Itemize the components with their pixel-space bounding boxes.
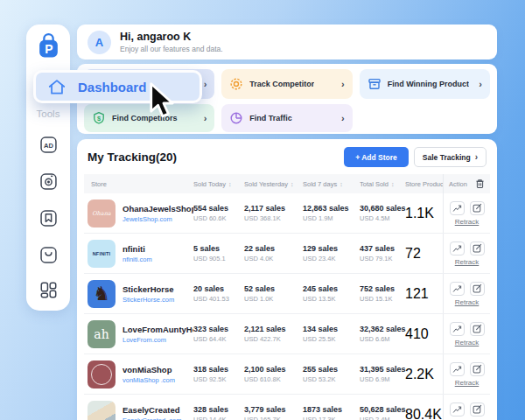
store-url-link[interactable]: EaselyCreated .com (122, 416, 182, 420)
table-row: ah LoveFromAuntyHelen LoveFrom.com 323 s… (84, 314, 490, 354)
sold-today-cell: 323 sales USD 64.4K (193, 325, 244, 343)
chart-icon-button[interactable] (450, 282, 465, 296)
dashboard-tooltip-label: Dashboard (78, 80, 146, 94)
total-sold-cell: 437 sales USD 79.1K (360, 244, 405, 262)
store-products-cell: 121 (405, 286, 443, 302)
store-avatar (88, 360, 116, 388)
edit-icon-button[interactable] (470, 322, 485, 336)
nav-card-find-competitors[interactable]: $ Find Competitors › (84, 104, 214, 132)
svg-text:$: $ (97, 115, 102, 122)
store-avatar (88, 401, 116, 420)
table-row: Ohana OhanaJewelsShop JewelsShop.com 554… (84, 193, 490, 234)
table-body: Ohana OhanaJewelsShop JewelsShop.com 554… (77, 193, 497, 420)
store-url-link[interactable]: StickerHorse.com (122, 296, 174, 304)
sold-today-cell: 318 sales USD 92.5K (193, 365, 244, 383)
action-cell: Retrack (443, 354, 490, 394)
target-icon (229, 77, 243, 91)
add-store-button[interactable]: + Add Store (344, 147, 409, 167)
sort-icon: ↕ (391, 181, 395, 187)
edit-icon-button[interactable] (470, 201, 485, 215)
store-products-cell: 410 (405, 326, 443, 342)
store-url-link[interactable]: JewelsShop.com (122, 215, 193, 223)
store-name: OhanaJewelsShop (122, 204, 193, 214)
home-icon (47, 78, 66, 96)
column-header-total-sold[interactable]: Total Sold↕ (360, 180, 405, 188)
action-cell: Retrack (443, 395, 490, 420)
total-sold-cell: 50,628 sales USD 2.4M (360, 405, 405, 420)
store-url-link[interactable]: LoveFrom.com (122, 336, 193, 344)
edit-icon-button[interactable] (470, 362, 485, 376)
retrack-link[interactable]: Retrack (455, 218, 480, 226)
chart-icon-button[interactable] (450, 242, 465, 256)
retrack-link[interactable]: Retrack (455, 298, 480, 306)
column-header-sold-yesterday[interactable]: Sold Yesterday↕ (244, 180, 303, 188)
svg-text:AD: AD (44, 142, 53, 150)
chevron-right-icon: › (475, 152, 478, 162)
tools-label: Tools (26, 108, 70, 119)
table-row: vonMiaShop vonMiaShop .com 318 sales USD… (84, 354, 490, 395)
store-avatar: Ohana (88, 200, 116, 228)
sold-today-cell: 20 sales USD 401.53 (193, 284, 244, 303)
edit-icon-button[interactable] (470, 242, 485, 256)
action-cell: Retrack (443, 314, 490, 354)
pie-chart-icon (229, 111, 243, 125)
sold-yesterday-cell: 3,779 sales USD 165.7K (244, 405, 303, 420)
chevron-right-icon: › (204, 79, 207, 89)
greeting-title: Hi, angaroo K (120, 31, 223, 43)
retrack-link[interactable]: Retrack (455, 339, 480, 346)
chevron-right-icon: › (341, 79, 345, 89)
my-tracking-panel: My Tracking(20) + Add Store Sale Trackin… (77, 139, 497, 420)
sidebar-item-ad-icon[interactable]: AD (26, 136, 70, 153)
sidebar: P Tools AD (26, 24, 70, 311)
nav-card-track-competitor[interactable]: Track Competitor › (221, 69, 352, 99)
retrack-link[interactable]: Retrack (455, 258, 480, 266)
user-avatar-letter: A (95, 36, 103, 49)
chart-icon-button[interactable] (450, 201, 465, 215)
column-header-sold-today[interactable]: Sold Today↕ (193, 180, 244, 188)
column-header-sold-7days[interactable]: Sold 7 days↕ (303, 180, 360, 188)
sold-7days-cell: 134 sales USD 25.5K (303, 325, 360, 343)
total-sold-cell: 752 sales USD 15.1K (360, 284, 405, 303)
chevron-right-icon: › (479, 79, 482, 89)
chart-icon-button[interactable] (450, 402, 465, 416)
store-products-cell: 1.1K (405, 206, 443, 221)
edit-icon-button[interactable] (470, 402, 485, 416)
dashboard-tooltip[interactable]: Dashboard (33, 70, 202, 103)
chart-icon-button[interactable] (450, 322, 465, 336)
store-name: vonMiaShop (122, 365, 175, 374)
nav-card-find-winning-product[interactable]: Find Winning Product › (360, 69, 490, 99)
store-url-link[interactable]: vonMiaShop .com (122, 376, 175, 384)
table-header-row: Store Sold Today↕ Sold Yesterday↕ Sold 7… (84, 174, 490, 193)
store-url-link[interactable]: nfiniti.com (122, 256, 152, 263)
retrack-link[interactable]: Retrack (455, 379, 480, 387)
table-row: EaselyCreated EaselyCreated .com 328 sal… (84, 395, 490, 420)
product-box-icon (368, 77, 382, 91)
sort-icon: ↕ (340, 181, 343, 187)
store-avatar: ah (88, 320, 116, 348)
chevron-right-icon: › (341, 113, 345, 123)
action-cell: Retrack (443, 274, 490, 313)
sold-7days-cell: 12,863 sales USD 1.9M (303, 204, 360, 222)
sidebar-item-shop-bag-icon[interactable] (26, 247, 70, 263)
app-logo-bag-icon[interactable]: P (26, 32, 70, 60)
sidebar-item-bookmark-icon[interactable] (26, 210, 70, 227)
total-sold-cell: 32,362 sales USD 6.6M (360, 325, 405, 343)
trash-icon[interactable] (475, 178, 485, 189)
edit-icon-button[interactable] (470, 282, 485, 296)
sold-7days-cell: 255 sales USD 53.2K (303, 365, 360, 383)
svg-text:P: P (45, 42, 52, 56)
sold-yesterday-cell: 2,121 sales USD 422.7K (244, 325, 303, 343)
tracking-title: My Tracking(20) (88, 150, 177, 164)
sold-7days-cell: 129 sales USD 23.4K (303, 244, 360, 262)
column-header-store-products: Store Products (405, 180, 443, 188)
table-row: ♞ StickerHorse StickerHorse.com 20 sales… (84, 274, 490, 314)
sale-tracking-button[interactable]: Sale Tracking › (414, 147, 486, 167)
sidebar-item-product-box-icon[interactable] (26, 173, 70, 190)
shield-dollar-icon: $ (92, 111, 106, 125)
chart-icon-button[interactable] (450, 362, 465, 376)
sidebar-item-apps-grid-icon[interactable] (26, 282, 70, 298)
user-avatar[interactable]: A (88, 31, 111, 54)
sold-7days-cell: 245 sales USD 13.5K (303, 284, 360, 303)
nav-card-find-traffic[interactable]: Find Traffic › (221, 104, 352, 132)
sold-yesterday-cell: 2,117 sales USD 368.1K (244, 204, 303, 222)
